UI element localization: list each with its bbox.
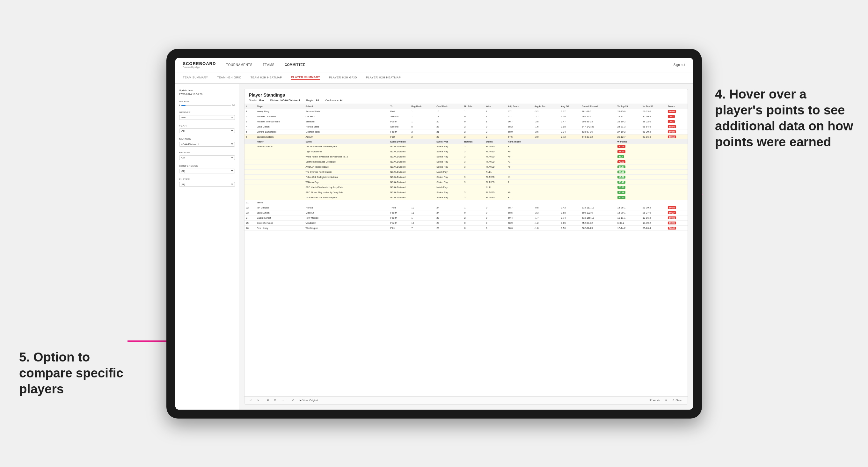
points-badge[interactable]: 76.3 bbox=[668, 115, 675, 118]
table-row: 3 Michael Thorbjornsen Stanford Fourth 1… bbox=[245, 119, 688, 124]
table-row: 2 Michael La Sasso Ole Miss Second 1 18 … bbox=[245, 114, 688, 119]
tab-team-h2h-heatmap[interactable]: TEAM H2H HEATMAP bbox=[251, 76, 282, 80]
event-points-badge[interactable]: 25.90 bbox=[617, 186, 626, 189]
event-points-badge[interactable]: 66.40 bbox=[617, 196, 626, 199]
points-badge[interactable]: 59.95 bbox=[668, 222, 676, 224]
left-annotation: 5. Option to compare specific players bbox=[19, 349, 134, 397]
event-row: Tiger Invitational NCAA Division I Strok… bbox=[245, 149, 688, 154]
event-points-badge[interactable]: 67.57 bbox=[617, 165, 626, 168]
right-annotation-text: 4. Hover over a player's points to see a… bbox=[715, 86, 855, 150]
col-school: School bbox=[304, 104, 389, 109]
nav-committee[interactable]: COMMITTEE bbox=[285, 63, 305, 67]
col-avg-to-par: Avg to Par bbox=[533, 104, 559, 109]
watch-icon: 👁 bbox=[649, 399, 652, 402]
share-button[interactable]: ↗ Share bbox=[671, 398, 683, 402]
watch-button[interactable]: 👁 Watch bbox=[648, 398, 661, 402]
event-row: SEC Stroke Play hosted by Jerry Pate NCA… bbox=[245, 190, 688, 195]
download-button[interactable]: ⬇ bbox=[664, 398, 669, 402]
table-header-row: # Player School Yr Reg Rank Conf Rank No… bbox=[245, 104, 688, 109]
tab-player-summary[interactable]: PLAYER SUMMARY bbox=[291, 75, 320, 80]
table-row: 5 Christo Lamprecht Georgia Tech Fourth … bbox=[245, 129, 688, 134]
event-points-badge[interactable]: 20.64 bbox=[617, 145, 626, 148]
player-label: Player bbox=[179, 178, 235, 181]
filter-region: Region: All bbox=[306, 99, 319, 102]
logo-area: SCOREBOARD Powered by clipp bbox=[183, 61, 216, 68]
event-row: Mirabel Maui Jim Intercollegiate NCAA Di… bbox=[245, 195, 688, 200]
nav-teams[interactable]: TEAMS bbox=[263, 63, 275, 67]
right-annotation: 4. Hover over a player's points to see a… bbox=[715, 86, 855, 150]
view-original-label: View: Original bbox=[303, 399, 318, 402]
event-points-badge[interactable]: 24.11 bbox=[617, 170, 626, 174]
sidebar-division: Division NCAA Division I bbox=[179, 138, 235, 147]
points-badge-highlighted[interactable]: 58.18 bbox=[668, 135, 676, 138]
event-row: Fallen Oak Collegiate Invitational NCAA … bbox=[245, 175, 688, 180]
view-original-button[interactable]: ▶ View: Original bbox=[298, 398, 319, 402]
division-select[interactable]: NCAA Division I bbox=[179, 142, 235, 147]
slider-max: 52 bbox=[232, 104, 235, 106]
event-points-badge[interactable]: 53.60 bbox=[617, 150, 626, 153]
event-sub-header: Player Event Event Division Event Type R… bbox=[245, 139, 688, 144]
copy-button[interactable]: ⧉ bbox=[266, 398, 270, 403]
conference-select[interactable]: (All) bbox=[179, 168, 235, 174]
event-points-badge[interactable]: 30.47 bbox=[617, 181, 626, 184]
slider-bar[interactable] bbox=[181, 105, 231, 106]
redo-button[interactable]: ↪ bbox=[256, 398, 260, 402]
col-no-rds: No Rds. bbox=[463, 104, 485, 109]
slider-container: 4 52 bbox=[179, 104, 235, 106]
tab-team-summary[interactable]: TEAM SUMMARY bbox=[183, 76, 208, 80]
update-time-label: Update time: bbox=[179, 89, 235, 92]
event-points-badge[interactable]: 73.93 bbox=[617, 160, 626, 163]
col-vs-top50: Vs Top 50 bbox=[641, 104, 666, 109]
col-avg-sg: Avg SG bbox=[559, 104, 580, 109]
tab-team-h2h-grid[interactable]: TEAM H2H GRID bbox=[217, 76, 242, 80]
event-row: Wake Forest Invitational at Pinehurst No… bbox=[245, 154, 688, 159]
clock-button[interactable]: ⏱ bbox=[291, 398, 296, 402]
standings-header: Player Standings Gender: Men Division: N… bbox=[245, 89, 688, 104]
tab-player-h2h-grid[interactable]: PLAYER H2H GRID bbox=[329, 76, 357, 80]
year-select[interactable]: (All) bbox=[179, 128, 235, 133]
tablet-frame: SCOREBOARD Powered by clipp TOURNAMENTS … bbox=[166, 49, 702, 418]
points-badge[interactable]: 70.2 bbox=[668, 120, 675, 123]
gender-select[interactable]: Men bbox=[179, 115, 235, 120]
slider-min: 4 bbox=[179, 104, 180, 106]
sidebar-region: Region N/A bbox=[179, 151, 235, 160]
tab-player-h2h-heatmap[interactable]: PLAYER H2H HEATMAP bbox=[366, 76, 401, 80]
standings-filters: Gender: Men Division: NCAA Division I Re… bbox=[249, 99, 683, 102]
col-points: Points bbox=[666, 104, 687, 109]
col-conf-rank: Conf Rank bbox=[435, 104, 463, 109]
undo-button[interactable]: ↩ bbox=[248, 398, 253, 402]
points-badge[interactable]: 60.58 bbox=[668, 206, 676, 209]
sidebar: Update time: 27/01/2024 16:56:26 No Rds.… bbox=[175, 84, 239, 410]
event-row: Amer An Intercollegiate NCAA Division I … bbox=[245, 164, 688, 169]
points-badge[interactable]: 60.02 bbox=[668, 216, 676, 219]
logo-title: SCOREBOARD bbox=[183, 61, 216, 66]
table-row: 26 Petr Hruby Washington Fifth 7 23 0 0 … bbox=[245, 225, 688, 230]
sign-out-link[interactable]: Sign out bbox=[674, 63, 685, 67]
points-badge[interactable]: 60.89 bbox=[668, 130, 676, 133]
event-row: Southern Highlands Collegiate NCAA Divis… bbox=[245, 159, 688, 164]
paste-button[interactable]: ⊞ bbox=[273, 398, 278, 402]
sidebar-gender: Gender Men bbox=[179, 111, 235, 120]
table-row: 25 Cole Sherwood Vanderbilt Fourth 12 23… bbox=[245, 220, 688, 225]
region-label: Region bbox=[179, 151, 235, 154]
points-badge[interactable]: 60.27 bbox=[668, 211, 676, 214]
player-select[interactable]: (All) bbox=[179, 182, 235, 187]
event-row: SEC Match Play hosted by Jerry Pate NCAA… bbox=[245, 185, 688, 190]
standings-container: Player Standings Gender: Men Division: N… bbox=[244, 89, 688, 405]
nav-tournaments[interactable]: TOURNAMENTS bbox=[226, 63, 252, 67]
event-points-badge[interactable]: 56.18 bbox=[617, 191, 626, 194]
table-row-expanded: 6 Jackson Kolson Auburn First 2 27 2 2 6… bbox=[245, 134, 688, 139]
table-row: 24 Bastien Amat New Mexico Fourth 1 27 2… bbox=[245, 215, 688, 220]
bottom-toolbar: ↩ ↪ ⧉ ⊞ ⋯ ⏱ ▶ View: Original bbox=[245, 396, 688, 404]
event-points-badge[interactable]: 16.50 bbox=[617, 176, 626, 179]
col-adj-score: Adj. Score bbox=[506, 104, 533, 109]
region-select[interactable]: N/A bbox=[179, 155, 235, 160]
points-badge[interactable]: 68.94 bbox=[668, 125, 676, 128]
format-button[interactable]: ⋯ bbox=[280, 398, 285, 402]
event-points-badge[interactable]: 46.7 bbox=[617, 155, 624, 158]
points-badge[interactable]: 60.64 bbox=[668, 110, 676, 113]
sidebar-no-rds: No Rds. 4 52 bbox=[179, 100, 235, 106]
col-player: Player bbox=[255, 104, 304, 109]
event-row: Williams Cup NCAA Division I Stroke Play… bbox=[245, 180, 688, 185]
points-badge[interactable]: 58.49 bbox=[668, 227, 676, 229]
